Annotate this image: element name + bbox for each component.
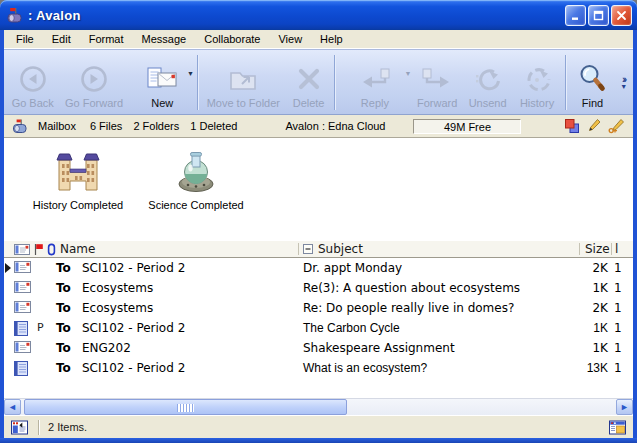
items-count: 2 Items. <box>48 421 87 433</box>
message-row[interactable]: To SCI102 - Period 2 What is an ecosyste… <box>4 358 633 378</box>
menu-view[interactable]: View <box>269 31 311 47</box>
menu-file[interactable]: File <box>7 31 43 47</box>
mailbox-stats: 6 Files 2 Folders 1 Deleted <box>90 120 245 132</box>
pane-view-toggle-icon[interactable] <box>609 420 626 435</box>
pane-layout-icon[interactable] <box>11 420 28 435</box>
pencil-key-icon[interactable] <box>608 118 625 134</box>
scrollbar-thumb[interactable] <box>24 399 347 415</box>
move-to-folder-icon <box>227 61 259 97</box>
subject-collapse-box[interactable] <box>303 244 313 254</box>
message-row[interactable]: To Ecosystems Re: Do people really live … <box>4 298 633 318</box>
move-to-folder-button[interactable]: Move to Folder <box>201 53 286 112</box>
scroll-left-button[interactable]: ◄ <box>4 399 21 415</box>
unsend-icon <box>473 61 503 97</box>
menu-collaborate[interactable]: Collaborate <box>195 31 269 47</box>
envelope-icon <box>14 301 31 313</box>
close-button[interactable] <box>611 5 632 26</box>
forward-button[interactable]: Forward <box>411 53 462 112</box>
window-controls <box>565 5 632 26</box>
menu-edit[interactable]: Edit <box>43 31 80 47</box>
statusbar: 2 Items. <box>4 415 633 438</box>
stat-folders: 2 Folders <box>133 120 179 132</box>
window-bottom-border <box>0 438 637 443</box>
scrollbar-track[interactable] <box>21 399 616 415</box>
envelope-icon <box>14 281 31 293</box>
stat-files: 6 Files <box>90 120 122 132</box>
delete-icon <box>295 61 323 97</box>
delete-button[interactable]: Delete <box>286 53 331 112</box>
maximize-button[interactable] <box>588 5 609 26</box>
folder-label: Science Completed <box>144 199 248 211</box>
document-icon <box>14 321 28 336</box>
toolbar: Go Back Go Forward <box>4 49 633 115</box>
location-label: Mailbox <box>38 120 76 132</box>
envelope-icon <box>14 261 31 273</box>
menubar: File Edit Format Message Collaborate Vie… <box>4 30 633 49</box>
new-dropdown-arrow[interactable]: ▼ <box>187 70 194 77</box>
message-row[interactable]: To Ecosystems Re(3): A question about ec… <box>4 278 633 298</box>
message-row[interactable]: P To SCI102 - Period 2 The Carbon Cycle … <box>4 318 633 338</box>
message-row[interactable]: To ENG202 Shakespeare Assignment 1K 1 <box>4 338 633 358</box>
infobar: Mailbox 6 Files 2 Folders 1 Deleted Aval… <box>4 115 633 138</box>
folder-science-completed[interactable]: Science Completed <box>144 148 248 211</box>
window-title: : Avalon <box>28 8 565 23</box>
folder-history-completed[interactable]: History Completed <box>28 148 128 211</box>
header-attachment-icon[interactable] <box>47 243 56 256</box>
header-name-column[interactable]: Name <box>60 241 95 257</box>
forward-icon <box>420 61 454 97</box>
folder-label: History Completed <box>28 199 128 211</box>
new-button[interactable]: ▼ New <box>131 53 194 112</box>
layers-icon[interactable] <box>564 118 580 134</box>
list-header: Name Subject Size l <box>4 241 633 258</box>
reply-icon <box>358 61 392 97</box>
document-icon <box>14 361 28 376</box>
flask-icon <box>169 148 223 194</box>
menu-message[interactable]: Message <box>133 31 196 47</box>
header-size-column[interactable]: Size <box>585 241 610 257</box>
message-row[interactable]: To SCI102 - Period 2 Dr. appt Monday 2K … <box>4 258 633 278</box>
header-subject-column[interactable]: Subject <box>318 241 363 257</box>
find-button[interactable]: Find <box>569 53 616 112</box>
reply-dropdown-arrow[interactable]: ▼ <box>405 70 412 77</box>
find-icon <box>578 61 606 97</box>
menu-help[interactable]: Help <box>311 31 352 47</box>
go-back-icon <box>18 61 48 97</box>
infobar-tools <box>564 118 625 134</box>
priority-flag: P <box>37 318 44 338</box>
horizontal-scrollbar: ◄ ► <box>4 398 633 415</box>
mailbox-icon <box>12 119 29 134</box>
window-body: File Edit Format Message Collaborate Vie… <box>4 30 633 438</box>
account-label: Avalon : Edna Cloud <box>285 120 385 132</box>
unsend-button[interactable]: Unsend <box>463 53 512 112</box>
message-list: To SCI102 - Period 2 Dr. appt Monday 2K … <box>4 258 633 398</box>
mailbox-app-icon <box>6 7 24 24</box>
menu-format[interactable]: Format <box>80 31 133 47</box>
header-last-column[interactable]: l <box>615 241 618 257</box>
new-message-icon <box>145 61 179 97</box>
building-h-icon <box>51 148 105 194</box>
envelope-icon <box>14 341 31 353</box>
header-envelope-icon[interactable] <box>14 244 30 255</box>
toolbar-overflow-chevron[interactable]: ›› ▼ <box>616 53 631 112</box>
pencil-icon[interactable] <box>587 118 601 134</box>
go-back-button[interactable]: Go Back <box>8 53 57 112</box>
toolbar-separator <box>197 55 198 110</box>
history-icon <box>522 61 552 97</box>
go-forward-button[interactable]: Go Forward <box>57 53 130 112</box>
titlebar: : Avalon <box>0 0 637 30</box>
statusbar-separator <box>38 420 39 435</box>
stat-deleted: 1 Deleted <box>190 120 237 132</box>
app-window: : Avalon File Edit Format Message Collab… <box>0 0 637 443</box>
history-button[interactable]: History <box>512 53 561 112</box>
free-space-indicator: 49M Free <box>413 119 521 134</box>
scroll-right-button[interactable]: ► <box>616 399 633 415</box>
current-item-arrow-icon <box>5 263 11 273</box>
folder-icon-pane: History Completed Science Completed <box>4 138 633 241</box>
reply-button[interactable]: ▼ Reply <box>338 53 411 112</box>
header-flag-icon[interactable] <box>33 243 44 256</box>
minimize-button[interactable] <box>565 5 586 26</box>
toolbar-separator <box>334 55 335 110</box>
toolbar-separator <box>565 55 566 110</box>
go-forward-icon <box>79 61 109 97</box>
